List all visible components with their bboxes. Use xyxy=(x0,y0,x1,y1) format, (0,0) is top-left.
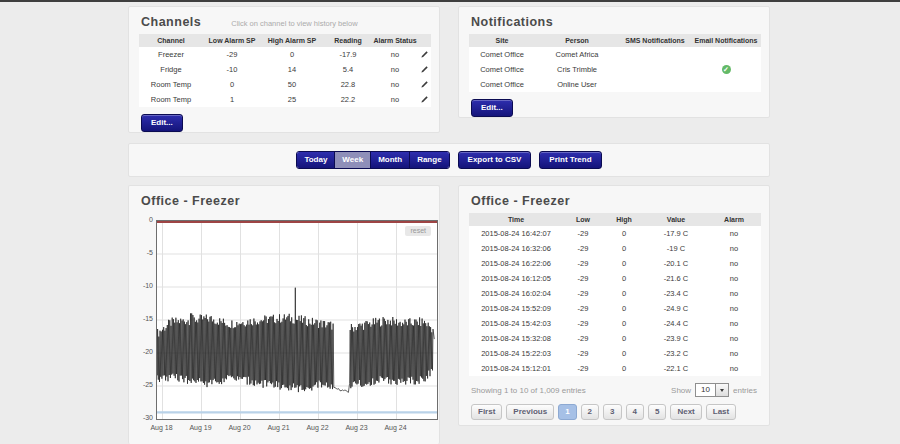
email-notification-cell xyxy=(691,77,761,92)
pagination-page-3[interactable]: 3 xyxy=(603,404,621,420)
reading-value: -23.4 C xyxy=(645,286,707,301)
x-tick-label: Aug 24 xyxy=(379,424,413,431)
reading-high: 0 xyxy=(603,361,645,376)
channels-edit-button[interactable]: Edit... xyxy=(141,114,183,132)
pagination-previous[interactable]: Previous xyxy=(506,404,554,420)
pagination-page-2[interactable]: 2 xyxy=(581,404,599,420)
pencil-icon[interactable] xyxy=(420,95,429,104)
trend-toolbar-panel: TodayWeekMonthRange Export to CSV Print … xyxy=(128,143,770,177)
reading-time: 2015-08-24 16:02:04 xyxy=(469,286,563,301)
table-row: 2015-08-24 16:32:06-290-19 Cno xyxy=(469,241,761,256)
x-axis-labels: Aug 18Aug 19Aug 20Aug 21Aug 22Aug 23Aug … xyxy=(156,424,438,434)
site-name: Comet Office xyxy=(469,47,535,62)
channel-reading: 22.2 xyxy=(323,92,373,107)
y-tick-label: -10 xyxy=(131,282,153,289)
chart-title: Office - Freezer xyxy=(141,194,240,208)
channel-high-sp: 0 xyxy=(261,47,323,62)
channel-row[interactable]: Freezer-290-17.9no xyxy=(139,47,431,62)
pencil-icon[interactable] xyxy=(420,65,429,74)
table-row: 2015-08-24 16:02:04-290-23.4 Cno xyxy=(469,286,761,301)
readings-table-header: TimeLowHighValueAlarm xyxy=(469,213,761,226)
table-row: 2015-08-24 15:22:03-290-23.2 Cno xyxy=(469,346,761,361)
channel-name: Room Temp xyxy=(139,92,203,107)
column-header: Value xyxy=(645,213,707,226)
trend-plot[interactable]: reset xyxy=(156,220,438,420)
channel-alarm-status: no xyxy=(373,47,417,62)
column-header: Alarm xyxy=(707,213,761,226)
reading-low: -29 xyxy=(563,346,603,361)
window-top-border xyxy=(0,0,900,2)
reading-low: -29 xyxy=(563,361,603,376)
channels-table-header: ChannelLow Alarm SPHigh Alarm SPReadingA… xyxy=(139,34,431,47)
readings-table: TimeLowHighValueAlarm 2015-08-24 16:42:0… xyxy=(469,213,761,376)
pagination-page-4[interactable]: 4 xyxy=(626,404,644,420)
reading-alarm: no xyxy=(707,226,761,241)
person-name: Cris Trimble xyxy=(535,62,619,77)
reading-time: 2015-08-24 15:52:09 xyxy=(469,301,563,316)
reading-alarm: no xyxy=(707,271,761,286)
site-name: Comet Office xyxy=(469,62,535,77)
y-tick-label: -25 xyxy=(131,381,153,388)
reading-value: -19 C xyxy=(645,241,707,256)
reading-low: -29 xyxy=(563,271,603,286)
range-button-range[interactable]: Range xyxy=(410,152,448,168)
channel-high-sp: 50 xyxy=(261,77,323,92)
reading-alarm: no xyxy=(707,301,761,316)
pagination-page-5[interactable]: 5 xyxy=(648,404,666,420)
pencil-icon[interactable] xyxy=(420,50,429,59)
reading-time: 2015-08-24 15:32:08 xyxy=(469,331,563,346)
readings-title: Office - Freezer xyxy=(471,194,570,208)
reading-alarm: no xyxy=(707,241,761,256)
channel-row[interactable]: Fridge-10145.4no xyxy=(139,62,431,77)
range-button-month[interactable]: Month xyxy=(371,152,410,168)
reading-alarm: no xyxy=(707,346,761,361)
column-header: Person xyxy=(535,34,619,47)
channel-low-sp: -29 xyxy=(203,47,261,62)
reading-high: 0 xyxy=(603,241,645,256)
reset-zoom-button[interactable]: reset xyxy=(405,226,431,236)
notifications-title: Notifications xyxy=(471,15,553,29)
range-button-week[interactable]: Week xyxy=(335,152,371,168)
reading-alarm: no xyxy=(707,316,761,331)
reading-alarm: no xyxy=(707,256,761,271)
reading-low: -29 xyxy=(563,286,603,301)
reading-high: 0 xyxy=(603,301,645,316)
channel-high-sp: 25 xyxy=(261,92,323,107)
x-tick-label: Aug 21 xyxy=(262,424,296,431)
reading-high: 0 xyxy=(603,256,645,271)
email-notification-cell xyxy=(691,47,761,62)
reading-time: 2015-08-24 16:12:05 xyxy=(469,271,563,286)
pagination-first[interactable]: First xyxy=(471,404,502,420)
channel-row[interactable]: Room Temp12522.2no xyxy=(139,92,431,107)
print-trend-button[interactable]: Print Trend xyxy=(539,151,601,169)
channel-row[interactable]: Room Temp05022.8no xyxy=(139,77,431,92)
table-row: 2015-08-24 15:52:09-290-24.9 Cno xyxy=(469,301,761,316)
pagination-next[interactable]: Next xyxy=(670,404,701,420)
notification-row: Comet OfficeCris Trimble✓ xyxy=(469,62,761,77)
range-button-today[interactable]: Today xyxy=(297,152,335,168)
reading-value: -20.1 C xyxy=(645,256,707,271)
channel-reading: 22.8 xyxy=(323,77,373,92)
pagination-page-1[interactable]: 1 xyxy=(558,404,576,420)
pagination-last[interactable]: Last xyxy=(706,404,736,420)
notifications-edit-button[interactable]: Edit... xyxy=(471,99,513,117)
check-icon: ✓ xyxy=(722,65,731,74)
x-tick-label: Aug 18 xyxy=(145,424,179,431)
export-csv-button[interactable]: Export to CSV xyxy=(458,151,532,169)
channels-title: Channels xyxy=(141,15,201,29)
trend-chart-panel: Office - Freezer 0-5-10-15-20-25-30 rese… xyxy=(128,185,440,444)
channel-reading: 5.4 xyxy=(323,62,373,77)
sms-notification-cell xyxy=(619,77,691,92)
y-tick-label: 0 xyxy=(131,216,153,223)
reading-high: 0 xyxy=(603,286,645,301)
channel-reading: -17.9 xyxy=(323,47,373,62)
page-size-select[interactable]: 10 xyxy=(695,383,729,397)
column-header: Alarm Status xyxy=(373,34,417,47)
reading-high: 0 xyxy=(603,316,645,331)
chevron-down-icon xyxy=(715,384,728,396)
channel-alarm-status: no xyxy=(373,62,417,77)
channel-name: Room Temp xyxy=(139,77,203,92)
column-header: Time xyxy=(469,213,563,226)
reading-low: -29 xyxy=(563,256,603,271)
pencil-icon[interactable] xyxy=(420,80,429,89)
